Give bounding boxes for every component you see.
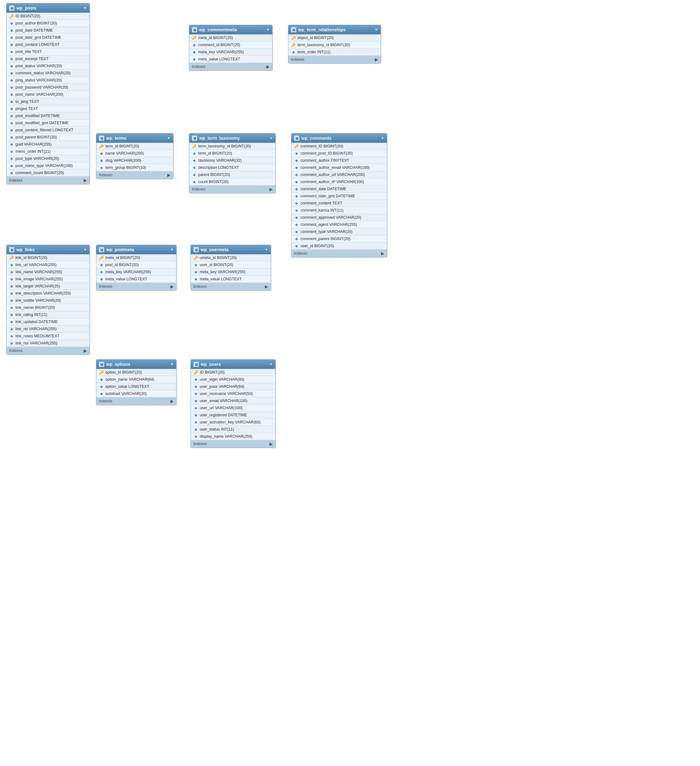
indexes-row[interactable]: Indexes▶ — [288, 56, 381, 63]
table-row: ◆term_id BIGINT(20) — [189, 150, 276, 157]
field-name: meta_key VARCHAR(255) — [200, 270, 245, 274]
indexes-arrow-icon[interactable]: ▶ — [84, 348, 87, 353]
indexes-arrow-icon[interactable]: ▶ — [170, 399, 174, 404]
diamond-icon: ◆ — [294, 187, 299, 192]
indexes-row[interactable]: Indexes▶ — [96, 397, 176, 405]
field-name: term_taxonomy_id BIGINT(20) — [198, 144, 251, 148]
indexes-row[interactable]: Indexes▶ — [96, 171, 173, 179]
field-name: object_id BIGINT(20) — [297, 36, 334, 40]
table-row: ◆comment_author_email VARCHAR(100) — [291, 164, 387, 171]
field-name: link_updated DATETIME — [16, 320, 58, 324]
table-row: ◆term_group BIGINT(10) — [96, 164, 173, 171]
table-row: ◆user_url VARCHAR(100) — [191, 405, 276, 411]
field-name: comment_approved VARCHAR(20) — [301, 215, 361, 220]
table-header-wp_term_relationships[interactable]: ▦wp_term_relationships▼ — [288, 25, 381, 34]
table-header-wp_term_taxonomy[interactable]: ▦wp_term_taxonomy▼ — [189, 133, 276, 143]
chevron-down-icon[interactable]: ▼ — [269, 362, 273, 366]
diamond-icon: ◆ — [192, 57, 197, 62]
indexes-row[interactable]: Indexes▶ — [6, 177, 90, 184]
table-header-wp_users[interactable]: ▦wp_users▼ — [191, 359, 276, 369]
chevron-down-icon[interactable]: ▼ — [266, 28, 270, 32]
chevron-down-icon[interactable]: ▼ — [170, 362, 174, 366]
table-icon: ▦ — [192, 135, 197, 141]
indexes-row[interactable]: Indexes▶ — [191, 283, 271, 290]
field-name: taxonomy VARCHAR(32) — [198, 158, 242, 163]
indexes-row[interactable]: Indexes▶ — [291, 250, 387, 257]
indexes-arrow-icon[interactable]: ▶ — [269, 442, 273, 446]
indexes-arrow-icon[interactable]: ▶ — [269, 187, 273, 192]
table-row: ◆option_value LONGTEXT — [96, 383, 176, 390]
table-row: ◆user_activation_key VARCHAR(60) — [191, 419, 276, 426]
diamond-icon: ◆ — [294, 179, 299, 184]
diamond-icon: ◆ — [99, 151, 104, 156]
chevron-down-icon[interactable]: ▼ — [167, 136, 171, 140]
field-name: post_content LONGTEXT — [16, 43, 59, 47]
table-header-wp_terms[interactable]: ▦wp_terms▼ — [96, 133, 173, 143]
indexes-arrow-icon[interactable]: ▶ — [170, 284, 174, 289]
indexes-arrow-icon[interactable]: ▶ — [84, 178, 87, 183]
diamond-icon: ◆ — [99, 391, 104, 396]
diamond-icon: ◆ — [99, 165, 104, 170]
field-name: term_id BIGINT(20) — [105, 144, 139, 148]
diamond-icon: ◆ — [9, 170, 14, 175]
table-row: ◆user_pass VARCHAR(64) — [191, 383, 276, 390]
table-row: ◆link_target VARCHAR(25) — [6, 283, 90, 290]
chevron-down-icon[interactable]: ▼ — [381, 136, 384, 140]
indexes-arrow-icon[interactable]: ▶ — [381, 251, 384, 256]
table-row: ◆link_description VARCHAR(255) — [6, 290, 90, 297]
table-name-wp_commentmeta: wp_commentmeta — [199, 27, 237, 32]
table-name-wp_postmeta: wp_postmeta — [106, 247, 134, 252]
table-icon: ▦ — [99, 135, 105, 141]
table-row: ◆post_status VARCHAR(20) — [6, 63, 90, 70]
table-icon: ▦ — [192, 27, 197, 33]
table-row: ◆count BIGINT(20) — [189, 179, 276, 185]
diamond-icon: ◆ — [294, 158, 299, 163]
diamond-icon: ◆ — [9, 291, 14, 296]
table-header-wp_options[interactable]: ▦wp_options▼ — [96, 359, 176, 369]
diamond-icon: ◆ — [9, 42, 14, 47]
diamond-icon: ◆ — [294, 151, 299, 156]
table-name-wp_users: wp_users — [201, 362, 221, 367]
table-header-wp_postmeta[interactable]: ▦wp_postmeta▼ — [96, 245, 176, 254]
chevron-down-icon[interactable]: ▼ — [83, 247, 87, 252]
chevron-down-icon[interactable]: ▼ — [374, 28, 378, 32]
indexes-arrow-icon[interactable]: ▶ — [266, 64, 270, 69]
table-row: ◆user_email VARCHAR(100) — [191, 397, 276, 405]
table-row: ◆autoload VARCHAR(20) — [96, 390, 176, 397]
indexes-label: Indexes — [9, 348, 22, 353]
field-name: meta_value LONGTEXT — [198, 57, 240, 61]
indexes-row[interactable]: Indexes▶ — [191, 440, 276, 448]
field-name: comment_status VARCHAR(20) — [16, 71, 71, 75]
table-body-wp_users: 🔑ID BIGINT(20)◆user_login VARCHAR(60)◆us… — [191, 369, 276, 448]
indexes-arrow-icon[interactable]: ▶ — [167, 173, 171, 177]
chevron-down-icon[interactable]: ▼ — [170, 247, 174, 252]
indexes-label: Indexes — [294, 251, 307, 256]
indexes-row[interactable]: Indexes▶ — [189, 185, 276, 193]
table-header-wp_links[interactable]: ▦wp_links▼ — [6, 245, 90, 254]
indexes-row[interactable]: Indexes▶ — [96, 283, 176, 290]
table-row: ◆user_nicename VARCHAR(50) — [191, 390, 276, 397]
chevron-down-icon[interactable]: ▼ — [83, 6, 87, 10]
table-header-wp_comments[interactable]: ▦wp_comments▼ — [291, 133, 387, 143]
indexes-arrow-icon[interactable]: ▶ — [265, 284, 268, 289]
indexes-arrow-icon[interactable]: ▶ — [375, 57, 378, 62]
table-header-wp_commentmeta[interactable]: ▦wp_commentmeta▼ — [189, 25, 272, 34]
table-header-wp_usermeta[interactable]: ▦wp_usermeta▼ — [191, 245, 271, 254]
table-row: ◆meta_value LONGTEXT — [96, 276, 176, 283]
diamond-icon: ◆ — [192, 49, 197, 54]
diamond-icon: ◆ — [9, 262, 14, 267]
diamond-icon: ◆ — [9, 284, 14, 289]
indexes-row[interactable]: Indexes▶ — [189, 63, 272, 70]
chevron-down-icon[interactable]: ▼ — [269, 136, 273, 140]
chevron-down-icon[interactable]: ▼ — [264, 247, 268, 252]
table-wp_terms: ▦wp_terms▼🔑term_id BIGINT(20)◆name VARCH… — [96, 133, 173, 179]
diamond-icon: ◆ — [193, 427, 198, 432]
table-row: ◆post_content_filtered LONGTEXT — [6, 127, 90, 134]
table-row: ◆option_name VARCHAR(64) — [96, 376, 176, 383]
table-header-wp_posts[interactable]: ▦wp_posts▼ — [6, 3, 90, 13]
table-row: ◆user_id BIGINT(20) — [191, 261, 271, 269]
indexes-row[interactable]: Indexes▶ — [6, 347, 90, 355]
diamond-icon: ◆ — [9, 71, 14, 76]
table-body-wp_options: 🔑option_id BIGINT(20)◆option_name VARCHA… — [96, 369, 176, 405]
diamond-icon: ◆ — [9, 163, 14, 168]
